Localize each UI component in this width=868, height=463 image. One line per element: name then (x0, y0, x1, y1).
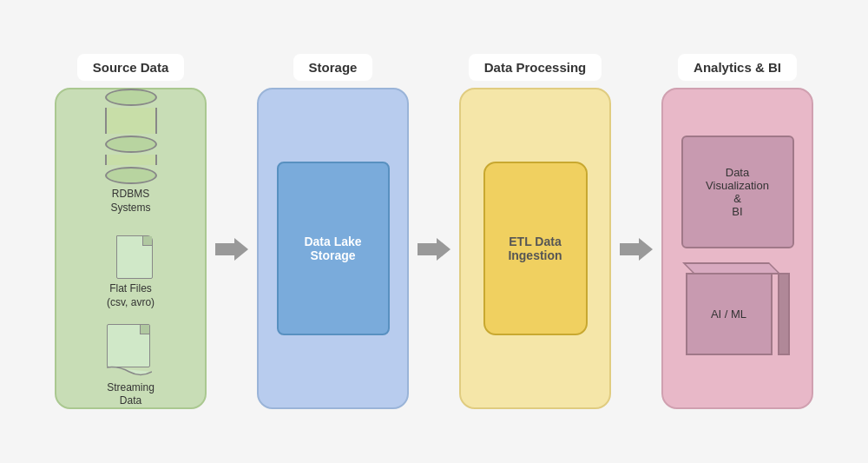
storage-panel: Data LakeStorage (257, 88, 409, 409)
storage-column: Storage Data LakeStorage (257, 54, 409, 409)
streaming-label: StreamingData (107, 381, 155, 408)
etl-label: ETL DataIngestion (508, 235, 562, 262)
arrow-icon-1 (215, 236, 248, 262)
processing-column: Data Processing ETL DataIngestion (459, 54, 611, 409)
analytics-header: Analytics & BI (678, 54, 797, 81)
ai-ml-label: AI / ML (711, 308, 746, 321)
arrow-2 (418, 236, 450, 262)
analytics-column: Analytics & BI DataVisualization&BI AI /… (661, 54, 813, 409)
data-lake-box: Data LakeStorage (277, 162, 390, 335)
svg-marker-2 (620, 238, 653, 261)
arrow-icon-2 (418, 236, 450, 262)
wave-svg (107, 366, 152, 378)
svg-marker-0 (215, 238, 248, 261)
data-viz-label: DataVisualization&BI (706, 166, 769, 218)
streaming-item: StreamingData (107, 324, 155, 408)
source-data-panel: RDBMSSystems Flat Files(csv, avro) (55, 88, 207, 409)
cube-front-face: AI / ML (686, 273, 773, 355)
arrow-1 (215, 236, 248, 262)
analytics-panel: DataVisualization&BI AI / ML (661, 88, 813, 409)
source-data-header: Source Data (77, 54, 185, 81)
ai-ml-cube: AI / ML (686, 262, 790, 362)
source-data-column: Source Data RDBMSSystems (55, 54, 207, 409)
arrow-3 (620, 236, 653, 262)
cube-side-face (778, 273, 790, 355)
rdbms-label: RDBMSSystems (110, 188, 150, 215)
diagram: Source Data RDBMSSystems (0, 0, 868, 463)
etl-box: ETL DataIngestion (483, 162, 588, 335)
flat-files-label: Flat Files(csv, avro) (107, 282, 155, 309)
flat-files-item: Flat Files(csv, avro) (104, 228, 158, 309)
stream-icon (107, 324, 155, 378)
arrow-icon-3 (620, 236, 653, 262)
processing-panel: ETL DataIngestion (459, 88, 611, 409)
data-lake-label: Data LakeStorage (304, 235, 361, 262)
documents-icon (104, 228, 158, 279)
database-icon (105, 89, 157, 184)
processing-header: Data Processing (469, 54, 602, 81)
data-viz-box: DataVisualization&BI (681, 136, 794, 248)
storage-header: Storage (293, 54, 373, 81)
rdbms-item: RDBMSSystems (105, 89, 157, 215)
svg-marker-1 (418, 238, 450, 261)
